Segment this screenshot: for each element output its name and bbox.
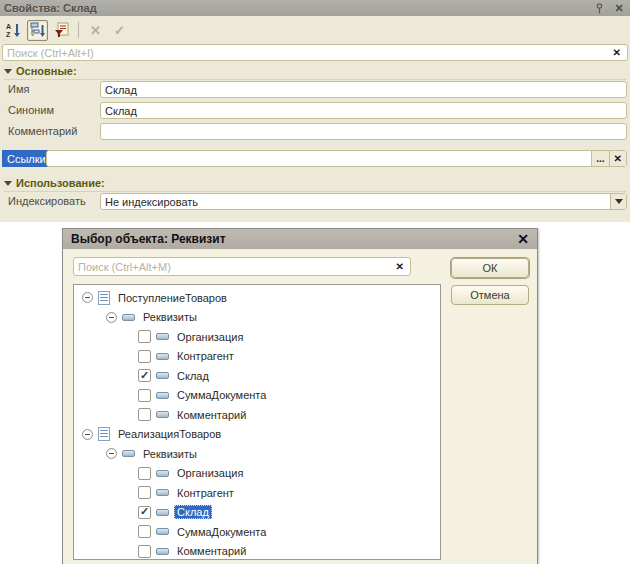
links-label[interactable]: Ссылки [2, 150, 51, 167]
chevron-down-icon[interactable] [610, 194, 626, 209]
links-field[interactable]: ... ✕ [46, 150, 627, 167]
attribute-icon [156, 392, 169, 399]
attribute-icon [156, 372, 169, 379]
attribute-icon [156, 548, 169, 555]
tree-node-group[interactable]: Реквизиты [74, 444, 440, 464]
attribute-icon [156, 333, 169, 340]
section-usage[interactable]: Использование: [4, 177, 626, 192]
tree-item[interactable]: СуммаДокумента [74, 386, 440, 406]
tree-item-label: Контрагент [174, 349, 237, 363]
attribute-icon [156, 411, 169, 418]
pin-icon[interactable] [592, 2, 606, 14]
name-label: Имя [8, 83, 29, 95]
document-icon [98, 291, 110, 305]
dialog-search-clear-icon[interactable]: ✕ [394, 261, 406, 272]
screen: Свойства: Склад ✕ A Z [0, 0, 630, 564]
links-clear-icon[interactable]: ✕ [609, 151, 626, 166]
attribute-icon [122, 314, 135, 321]
cancel-edit-icon[interactable]: ✕ [85, 20, 106, 41]
checkbox[interactable] [138, 350, 151, 363]
checkbox[interactable] [138, 467, 151, 480]
properties-title: Свойства: Склад [4, 2, 592, 14]
tree-item[interactable]: Склад [74, 503, 440, 523]
ok-button[interactable]: ОК [451, 258, 529, 278]
toolbar-separator [78, 22, 79, 38]
synonym-label: Синоним [8, 104, 54, 116]
tree-node-document[interactable]: ПоступлениеТоваров [74, 288, 440, 308]
property-row-synonym: Синоним Склад [0, 102, 630, 119]
collapse-icon[interactable] [106, 312, 117, 323]
attribute-icon [156, 528, 169, 535]
attribute-icon [156, 489, 169, 496]
tree-item[interactable]: СуммаДокумента [74, 522, 440, 542]
dialog-titlebar: Выбор объекта: Реквизит ✕ [63, 229, 537, 249]
name-value: Склад [105, 84, 137, 96]
tree-item[interactable]: Комментарий [74, 542, 440, 561]
links-ellipsis-button[interactable]: ... [591, 151, 608, 166]
object-tree[interactable]: ПоступлениеТоваров Реквизиты Организация… [73, 284, 441, 560]
checkbox[interactable] [138, 369, 151, 382]
filter-settings-icon[interactable] [51, 20, 72, 41]
search-clear-icon[interactable]: ✕ [611, 47, 623, 58]
section-main[interactable]: Основные: [4, 65, 626, 80]
name-field[interactable]: Склад [100, 81, 627, 98]
tree-node-label: ПоступлениеТоваров [115, 291, 230, 305]
close-icon[interactable]: ✕ [612, 2, 626, 14]
checkbox[interactable] [138, 486, 151, 499]
checkbox[interactable] [138, 545, 151, 558]
sort-alphabetical-icon[interactable]: A Z [3, 20, 24, 41]
collapse-triangle-icon [4, 181, 12, 186]
synonym-field[interactable]: Склад [100, 102, 627, 119]
attribute-icon [156, 509, 169, 516]
property-row-name: Имя Склад [0, 81, 630, 98]
apply-edit-icon[interactable]: ✓ [109, 20, 130, 41]
document-icon [98, 427, 110, 441]
tree-item[interactable]: Контрагент [74, 347, 440, 367]
properties-panel: Свойства: Склад ✕ A Z [0, 0, 630, 222]
comment-field[interactable] [100, 123, 627, 140]
tree-node-label: Реквизиты [140, 447, 200, 461]
sort-by-categories-icon[interactable] [27, 20, 48, 41]
dialog-close-icon[interactable]: ✕ [517, 231, 529, 247]
cancel-button[interactable]: Отмена [451, 285, 529, 305]
tree-item[interactable]: Организация [74, 464, 440, 484]
tree-item[interactable]: Склад [74, 366, 440, 386]
tree-item[interactable]: Контрагент [74, 483, 440, 503]
properties-titlebar: Свойства: Склад ✕ [0, 0, 630, 16]
tree-node-label: РеализацияТоваров [115, 427, 224, 441]
checkbox[interactable] [138, 525, 151, 538]
collapse-triangle-icon [4, 69, 12, 74]
collapse-icon[interactable] [106, 448, 117, 459]
tree-item[interactable]: Организация [74, 327, 440, 347]
properties-search-input[interactable]: Поиск (Ctrl+Alt+I) ✕ [2, 44, 628, 61]
checkbox[interactable] [138, 330, 151, 343]
property-row-indexing: Индексировать Не индексировать [0, 193, 630, 210]
tree-node-group[interactable]: Реквизиты [74, 308, 440, 328]
attribute-icon [122, 450, 135, 457]
tree-item-label: СуммаДокумента [174, 525, 269, 539]
indexing-value: Не индексировать [105, 196, 198, 208]
checkbox[interactable] [138, 408, 151, 421]
checkbox[interactable] [138, 389, 151, 402]
dialog-search-input[interactable]: Поиск (Ctrl+Alt+M) ✕ [73, 257, 411, 276]
indexing-label: Индексировать [8, 195, 86, 207]
tree-item-label: Склад [174, 505, 212, 519]
indexing-dropdown[interactable]: Не индексировать [100, 193, 627, 210]
property-row-links: Ссылки ... ✕ [0, 150, 630, 167]
tree-item-label: Комментарий [174, 408, 249, 422]
tree-item[interactable]: Комментарий [74, 405, 440, 425]
tree-node-document[interactable]: РеализацияТоваров [74, 425, 440, 445]
svg-text:Z: Z [6, 31, 11, 38]
tree-item-label: Склад [174, 369, 212, 383]
object-select-dialog: Выбор объекта: Реквизит ✕ Поиск (Ctrl+Al… [62, 228, 538, 564]
section-main-label: Основные: [16, 65, 77, 77]
dialog-search-placeholder: Поиск (Ctrl+Alt+M) [78, 261, 171, 273]
properties-toolbar: A Z [3, 19, 130, 41]
tree-item-label: Комментарий [174, 544, 249, 558]
collapse-icon[interactable] [82, 292, 93, 303]
tree-node-label: Реквизиты [140, 310, 200, 324]
tree-item-label: Организация [174, 330, 246, 344]
collapse-icon[interactable] [82, 429, 93, 440]
checkbox[interactable] [138, 506, 151, 519]
attribute-icon [156, 353, 169, 360]
